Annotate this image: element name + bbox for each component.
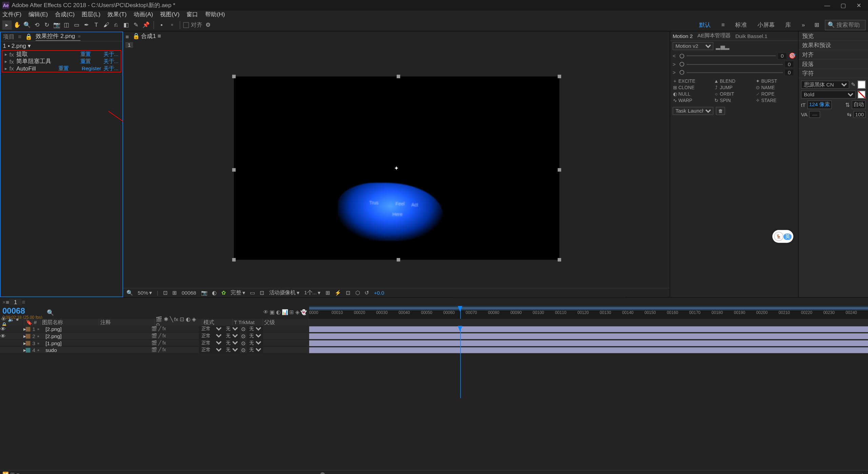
layer-bar-row[interactable] — [309, 340, 868, 347]
snap-toggle[interactable]: 对齐 — [183, 21, 202, 29]
playhead[interactable] — [460, 306, 461, 319]
help-search[interactable]: 🔍 搜索帮助 — [825, 20, 866, 30]
layer-name[interactable]: [2.png] — [43, 333, 96, 339]
selection-handle[interactable] — [232, 168, 235, 171]
time-ruler[interactable]: 0000000100002000030000400005000060000700… — [309, 311, 868, 319]
panel-character[interactable]: 字符 — [798, 69, 868, 78]
parent-dropdown[interactable]: 无 — [247, 347, 263, 353]
tl-btn-3d[interactable]: ◈ — [295, 309, 299, 315]
menu-file[interactable]: 文件(F) — [2, 11, 21, 19]
visibility-toggle[interactable]: 👁 — [0, 333, 6, 339]
menu-animation[interactable]: 动画(A) — [134, 11, 153, 19]
flowchart-icon[interactable]: ⬡ — [355, 290, 360, 296]
zoom-in-icon[interactable]: ▲ — [859, 471, 866, 474]
trkmat-dropdown[interactable]: 无 — [223, 347, 240, 353]
motion-preset-dropdown[interactable]: Motion v2 — [673, 42, 713, 50]
effect-reset-link[interactable]: 重置 — [58, 64, 82, 72]
roto-tool[interactable]: ✎ — [131, 20, 141, 29]
selection-handle[interactable] — [557, 168, 561, 171]
col-parent[interactable]: 父级 — [263, 319, 309, 326]
pickwhip-icon[interactable]: ⊙ — [240, 347, 247, 353]
stroke-color-swatch[interactable] — [857, 91, 866, 99]
blend-mode-dropdown[interactable]: 正常 — [199, 340, 223, 346]
effect-reset-link[interactable]: 重置 — [80, 51, 104, 58]
panel-menu-icon[interactable]: ≡ — [18, 33, 21, 40]
selection-handle[interactable] — [557, 258, 561, 261]
tab-ae-script[interactable]: AE脚本管理器 — [697, 32, 731, 40]
playhead-line[interactable] — [460, 326, 461, 398]
brush-tool[interactable]: 🖌 — [101, 20, 111, 29]
menu-composition[interactable]: 合成(C) — [55, 11, 75, 19]
roi-icon[interactable]: ▭ — [250, 290, 255, 296]
transparency-icon[interactable]: ⊡ — [260, 290, 264, 296]
views-dropdown[interactable]: 1个... ▾ — [304, 289, 321, 296]
leading-dropdown[interactable]: 自动 — [852, 100, 866, 109]
layer-name[interactable]: [1.png] — [43, 340, 96, 346]
resolution-icon[interactable]: ⊡ — [163, 290, 168, 296]
comp-marker[interactable]: 1 — [125, 42, 133, 48]
effect-about-link[interactable]: 关于... — [103, 64, 118, 72]
font-weight-dropdown[interactable]: Bold — [801, 91, 856, 99]
disclosure-icon[interactable]: ▸ — [5, 59, 9, 64]
clone-tool[interactable]: ⎌ — [112, 20, 121, 29]
layer-duration-bar[interactable] — [309, 326, 868, 332]
layer-duration-bar[interactable] — [309, 347, 868, 353]
pickwhip-icon[interactable]: ⊙ — [240, 326, 247, 332]
motion-tool-warp[interactable]: ∿WARP — [673, 98, 713, 103]
panel-effects-presets[interactable]: 效果和预设 — [798, 41, 868, 51]
ease-out-slider[interactable]: > 0 — [670, 68, 798, 76]
motion-tool-null[interactable]: ◐NULL — [673, 92, 713, 97]
font-size-input[interactable]: 124 像素 — [807, 100, 831, 109]
panel-preview[interactable]: 预览 — [798, 32, 868, 41]
motion-tool-clone[interactable]: ⊞CLONE — [673, 85, 713, 90]
fast-preview-icon[interactable]: ⚡ — [335, 290, 341, 296]
panel-lock-icon[interactable]: 🔒 — [25, 33, 32, 40]
eraser-tool[interactable]: ◧ — [121, 20, 131, 29]
menu-edit[interactable]: 编辑(E) — [28, 11, 48, 19]
workspace-reset-icon[interactable]: ⊞ — [812, 20, 822, 29]
effect-row-simple-choker[interactable]: ▸ fx 简单阻塞工具 重置 关于... — [2, 58, 121, 65]
motion-tool-jump[interactable]: ⤴JUMP — [714, 85, 754, 90]
trkmat-dropdown[interactable]: 无 — [223, 333, 240, 339]
col-layer-name[interactable]: 图层名称 — [41, 319, 99, 326]
layer-bar-row[interactable] — [309, 347, 868, 354]
tl-btn-draft3d[interactable]: ⊞ — [289, 309, 294, 315]
layer-name[interactable]: [2.png] — [43, 326, 96, 332]
tab-project[interactable]: 项目 — [3, 33, 15, 41]
exposure-value[interactable]: +0.0 — [374, 290, 384, 296]
menu-window[interactable]: 窗口 — [186, 11, 198, 19]
motion-tool-spin[interactable]: ↻SPIN — [714, 98, 754, 103]
layer-duration-bar[interactable] — [309, 333, 868, 339]
kerning-input[interactable]: — — [809, 111, 821, 118]
workspace-more[interactable]: » — [798, 22, 808, 28]
workspace-small-screen[interactable]: 小屏幕 — [754, 21, 778, 29]
menu-help[interactable]: 帮助(H) — [205, 11, 225, 19]
blend-mode-dropdown[interactable]: 正常 — [199, 333, 223, 339]
layer-search[interactable]: 🔍 — [47, 309, 54, 316]
selection-handle[interactable] — [232, 75, 235, 78]
snapshot-icon[interactable]: 📷 — [201, 290, 208, 296]
hand-tool[interactable]: ✋ — [12, 20, 22, 29]
trkmat-dropdown[interactable]: 无 — [223, 326, 240, 332]
text-tool[interactable]: T — [92, 20, 101, 29]
font-family-dropdown[interactable]: 思源黑体 CN — [801, 81, 849, 89]
workspace-default[interactable]: 默认 — [696, 21, 714, 29]
task-delete-button[interactable]: 🗑 — [716, 107, 725, 115]
workspace-menu-icon[interactable]: ≡ — [718, 22, 728, 28]
layer-color-chip[interactable] — [26, 327, 31, 331]
task-launch-dropdown[interactable]: Task Launch — [673, 107, 713, 115]
frame-display[interactable]: 00068 — [182, 290, 196, 296]
parent-dropdown[interactable]: 无 — [247, 326, 263, 332]
camera-tool[interactable]: 📷 — [52, 20, 61, 29]
comp-canvas[interactable]: ✦ Trus Feel Act Here — [234, 76, 559, 260]
time-nav-knob[interactable] — [320, 472, 325, 474]
pan-behind-tool[interactable]: ◫ — [62, 20, 71, 29]
layer-color-chip[interactable] — [26, 348, 31, 352]
rotate-tool[interactable]: ↻ — [42, 20, 52, 29]
grid-icon[interactable]: ⊞ — [172, 290, 177, 296]
fill-color-swatch[interactable] — [857, 81, 866, 89]
effect-row-extract[interactable]: ▸ fx 提取 重置 关于... — [2, 51, 121, 58]
tl-btn-frame-blend[interactable]: ▣ — [270, 309, 275, 315]
trkmat-dropdown[interactable]: 无 — [223, 340, 240, 346]
pickwhip-icon[interactable]: ⊙ — [240, 333, 247, 339]
